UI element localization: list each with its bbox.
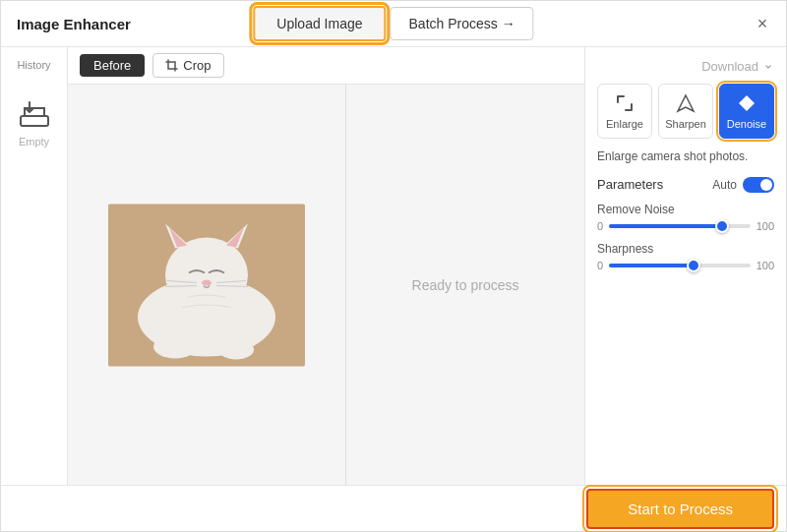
download-button[interactable]: Download — [701, 59, 774, 74]
svg-point-3 — [165, 237, 248, 312]
image-area: Ready to process — [68, 85, 584, 485]
enlarge-tool-button[interactable]: Enlarge — [597, 84, 652, 139]
sidebar-icon-area: Empty — [17, 94, 52, 148]
svg-point-14 — [218, 339, 254, 359]
svg-point-8 — [202, 279, 212, 285]
sharpen-icon — [675, 92, 696, 114]
sharpness-fill — [609, 264, 694, 267]
remove-noise-thumb[interactable] — [715, 219, 729, 233]
right-panel: Download Enlarge Sharpen — [584, 47, 786, 485]
upload-image-button[interactable]: Upload Image — [253, 6, 386, 41]
before-panel — [68, 85, 346, 485]
toggle-knob — [760, 179, 772, 191]
remove-noise-slider[interactable] — [609, 224, 751, 228]
tray-icon — [17, 94, 52, 130]
remove-noise-section: Remove Noise 0 100 — [597, 203, 774, 232]
before-button[interactable]: Before — [80, 54, 145, 77]
start-process-button[interactable]: Start to Process — [586, 489, 774, 529]
auto-toggle-switch[interactable] — [743, 177, 774, 193]
sharpness-section: Sharpness 0 100 — [597, 242, 774, 271]
remove-noise-label: Remove Noise — [597, 203, 774, 216]
sharpness-slider[interactable] — [609, 264, 751, 267]
parameters-label: Parameters — [597, 177, 663, 192]
denoise-icon — [736, 92, 757, 114]
app-window: Image Enhancer Upload Image Batch Proces… — [0, 0, 787, 532]
after-panel: Ready to process — [346, 85, 584, 485]
batch-process-button[interactable]: Batch Process → — [391, 7, 534, 40]
empty-label: Empty — [19, 136, 49, 148]
body: History Empty Before — [1, 47, 786, 485]
footer: Start to Process — [1, 485, 786, 531]
svg-marker-16 — [739, 95, 755, 111]
tool-description: Enlarge camera shot photos. — [597, 148, 774, 165]
ready-to-process-text: Ready to process — [412, 277, 519, 293]
svg-point-13 — [153, 334, 197, 358]
header: Image Enhancer Upload Image Batch Proces… — [1, 1, 786, 47]
params-row: Parameters Auto — [597, 177, 774, 193]
sharpness-slider-row: 0 100 — [597, 260, 774, 271]
toolbar: Before Crop — [68, 47, 584, 85]
crop-button[interactable]: Crop — [152, 53, 223, 78]
auto-toggle[interactable]: Auto — [712, 177, 774, 193]
tool-buttons: Enlarge Sharpen Denoise — [597, 84, 774, 139]
svg-marker-15 — [678, 95, 694, 111]
app-title: Image Enhancer — [17, 16, 131, 32]
history-label: History — [17, 59, 50, 71]
download-chevron-icon — [762, 61, 774, 73]
enlarge-icon — [614, 92, 636, 114]
crop-icon — [165, 59, 179, 73]
remove-noise-slider-row: 0 100 — [597, 220, 774, 232]
denoise-tool-button[interactable]: Denoise — [719, 84, 774, 139]
remove-noise-fill — [609, 224, 722, 228]
main-content: Before Crop — [68, 47, 584, 485]
sharpness-thumb[interactable] — [687, 259, 700, 272]
header-center: Upload Image Batch Process → — [253, 6, 533, 41]
close-button[interactable]: × — [751, 12, 774, 35]
sharpen-tool-button[interactable]: Sharpen — [658, 84, 713, 139]
sidebar: History Empty — [1, 47, 68, 485]
svg-rect-0 — [21, 116, 48, 126]
download-row: Download — [597, 59, 774, 74]
cat-image — [108, 204, 305, 366]
sharpness-label: Sharpness — [597, 242, 774, 256]
